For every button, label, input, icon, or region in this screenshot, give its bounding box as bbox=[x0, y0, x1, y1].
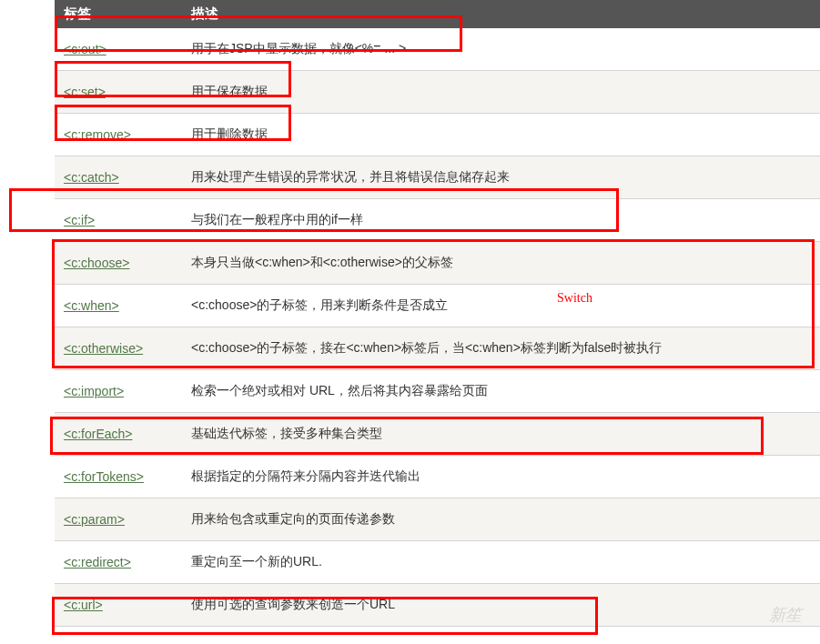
desc-cell: 与我们在一般程序中用的if一样 bbox=[182, 199, 820, 242]
tag-link-redirect[interactable]: <c:redirect> bbox=[64, 555, 131, 569]
table-row: <c:choose> 本身只当做<c:when>和<c:otherwise>的父… bbox=[55, 242, 820, 285]
desc-cell: 用来给包含或重定向的页面传递参数 bbox=[182, 498, 820, 541]
table-row: <c:param> 用来给包含或重定向的页面传递参数 bbox=[55, 498, 820, 541]
table-row: <c:redirect> 重定向至一个新的URL. bbox=[55, 541, 820, 584]
table-row: <c:otherwise> <c:choose>的子标签，接在<c:when>标… bbox=[55, 327, 820, 370]
tag-link-url[interactable]: <c:url> bbox=[64, 598, 103, 612]
table-row: <c:set> 用于保存数据 bbox=[55, 71, 820, 114]
tag-link-choose[interactable]: <c:choose> bbox=[64, 256, 129, 270]
table-row: <c:if> 与我们在一般程序中用的if一样 bbox=[55, 199, 820, 242]
table-row: <c:catch> 用来处理产生错误的异常状况，并且将错误信息储存起来 bbox=[55, 156, 820, 199]
desc-cell: 用于删除数据 bbox=[182, 114, 820, 156]
table-row: <c:url> 使用可选的查询参数来创造一个URL bbox=[55, 584, 820, 627]
desc-cell: 检索一个绝对或相对 URL，然后将其内容暴露给页面 bbox=[182, 370, 820, 413]
desc-cell: 重定向至一个新的URL. bbox=[182, 541, 820, 584]
table-row: <c:remove> 用于删除数据 bbox=[55, 114, 820, 156]
desc-cell: 用于保存数据 bbox=[182, 71, 820, 114]
tag-link-param[interactable]: <c:param> bbox=[64, 512, 125, 527]
tag-link-foreach[interactable]: <c:forEach> bbox=[64, 427, 133, 441]
tag-link-out[interactable]: <c:out> bbox=[64, 42, 106, 56]
desc-cell: 使用可选的查询参数来创造一个URL bbox=[182, 584, 820, 627]
desc-cell: 用于在JSP中显示数据，就像<%= ... > bbox=[182, 28, 820, 71]
jstl-tags-table: 标签 描述 <c:out> 用于在JSP中显示数据，就像<%= ... > <c… bbox=[55, 0, 820, 627]
table-row: <c:forEach> 基础迭代标签，接受多种集合类型 bbox=[55, 413, 820, 456]
watermark: 新笙 bbox=[769, 604, 802, 626]
table-row: <c:when> <c:choose>的子标签，用来判断条件是否成立 bbox=[55, 285, 820, 327]
desc-cell: 用来处理产生错误的异常状况，并且将错误信息储存起来 bbox=[182, 156, 820, 199]
table-row: <c:out> 用于在JSP中显示数据，就像<%= ... > bbox=[55, 28, 820, 71]
header-desc: 描述 bbox=[182, 0, 820, 28]
desc-cell: <c:choose>的子标签，接在<c:when>标签后，当<c:when>标签… bbox=[182, 327, 820, 370]
desc-cell: <c:choose>的子标签，用来判断条件是否成立 bbox=[182, 285, 820, 327]
table-row: <c:forTokens> 根据指定的分隔符来分隔内容并迭代输出 bbox=[55, 456, 820, 498]
tag-link-when[interactable]: <c:when> bbox=[64, 298, 119, 313]
desc-cell: 基础迭代标签，接受多种集合类型 bbox=[182, 413, 820, 456]
tag-link-otherwise[interactable]: <c:otherwise> bbox=[64, 341, 143, 356]
tag-link-import[interactable]: <c:import> bbox=[64, 384, 124, 398]
header-tag: 标签 bbox=[55, 0, 182, 28]
tag-link-set[interactable]: <c:set> bbox=[64, 85, 106, 99]
tag-link-catch[interactable]: <c:catch> bbox=[64, 170, 119, 185]
desc-cell: 根据指定的分隔符来分隔内容并迭代输出 bbox=[182, 456, 820, 498]
tag-link-fortokens[interactable]: <c:forTokens> bbox=[64, 469, 144, 484]
tag-link-if[interactable]: <c:if> bbox=[64, 213, 95, 227]
tag-link-remove[interactable]: <c:remove> bbox=[64, 127, 131, 142]
table-row: <c:import> 检索一个绝对或相对 URL，然后将其内容暴露给页面 bbox=[55, 370, 820, 413]
desc-cell: 本身只当做<c:when>和<c:otherwise>的父标签 bbox=[182, 242, 820, 285]
